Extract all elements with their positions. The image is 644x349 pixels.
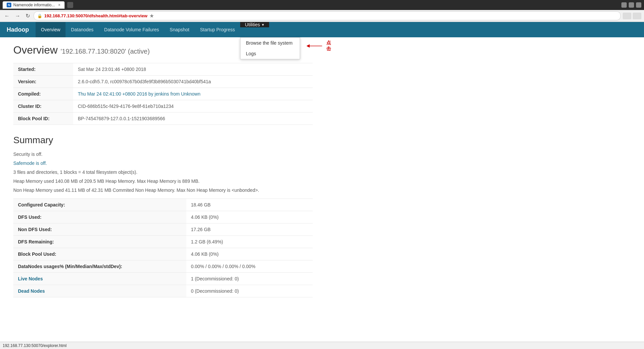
overview-row-value: 2.6.0-cdh5.7.0, rc00978c67b0d3fe9f3b896b… [73,76,313,88]
nav-item-snapshot[interactable]: Snapshot [164,22,195,37]
nav-item-overview[interactable]: Overview [36,22,66,37]
dropdown-item-logs[interactable]: Logs [241,48,300,59]
summary-row-label: DataNodes usages% (Min/Median/Max/stdDev… [13,260,186,273]
summary-row-value: 4.06 KB (0%) [186,248,313,260]
main-content: Overview '192.168.77.130:8020' (active) … [0,37,399,304]
utilities-dropdown-menu: Browse the file system Logs [240,37,300,59]
tab-title: Namenode informatio... [13,3,55,7]
summary-row-value: 0 (Decommissioned: 0) [186,285,313,297]
ext-button-1[interactable] [623,13,631,19]
summary-table-row: DFS Remaining:1.2 GB (6.49%) [13,236,313,248]
browser-chrome: N Namenode informatio... × ← → ↻ 🔒 192.1… [0,0,644,22]
summary-row-value: 1.2 GB (6.49%) [186,236,313,248]
summary-row-value: 4.06 KB (0%) [186,211,313,223]
new-tab-button[interactable] [67,2,73,8]
address-bar[interactable]: 🔒 192.168.77.130:50070/dfshealth.html#ta… [34,11,621,20]
maximize-button[interactable] [629,2,634,8]
overview-table-row: Started:Sat Mar 24 23:01:46 +0800 2018 [13,63,313,76]
tab-close-button[interactable]: × [58,3,61,7]
address-text: 192.168.77.130:50070/dfshealth.html#tab-… [44,13,147,18]
summary-title: Summary [13,135,386,146]
summary-table-row: Configured Capacity:18.46 GB [13,199,313,211]
summary-table-row: DataNodes usages% (Min/Median/Max/stdDev… [13,260,313,273]
overview-row-label: Started: [13,63,73,76]
overview-row-label: Cluster ID: [13,100,73,113]
overview-row-value: Thu Mar 24 02:41:00 +0800 2016 by jenkin… [73,88,313,100]
reload-button[interactable]: ↻ [24,12,32,20]
nav-item-datanode-volume-failures[interactable]: Datanode Volume Failures [99,22,164,37]
page-subtitle: '192.168.77.130:8020' (active) [61,48,150,55]
summary-row-link[interactable]: Live Nodes [18,276,43,281]
summary-line-heap: Heap Memory used 140.08 MB of 209.5 MB H… [13,178,386,185]
summary-table-row: Block Pool Used:4.06 KB (0%) [13,248,313,260]
summary-table: Configured Capacity:18.46 GBDFS Used:4.0… [13,198,313,297]
summary-table-row: DFS Used:4.06 KB (0%) [13,211,313,223]
overview-table-row: Version:2.6.0-cdh5.7.0, rc00978c67b0d3fe… [13,76,313,88]
navbar: Hadoop Overview Datanodes Datanode Volum… [0,22,644,37]
dropdown-item-browse-fs[interactable]: Browse the file system [241,38,300,48]
summary-row-label: Block Pool Used: [13,248,186,260]
forward-button[interactable]: → [13,12,22,20]
summary-row-label[interactable]: Dead Nodes [13,285,186,297]
summary-row-link[interactable]: Dead Nodes [18,288,45,294]
utilities-container: Utilities ▼ Browse the file system Logs [240,22,269,37]
tab-favicon: N [7,3,11,7]
nav-item-startup-progress[interactable]: Startup Progress [195,22,240,37]
nav-item-datanodes[interactable]: Datanodes [66,22,99,37]
overview-table-row: Compiled:Thu Mar 24 02:41:00 +0800 2016 … [13,88,313,100]
browser-extensions [623,13,641,19]
overview-row-value: Sat Mar 24 23:01:46 +0800 2018 [73,63,313,76]
summary-row-value: 17.26 GB [186,223,313,236]
summary-line-non-heap: Non Heap Memory used 41.11 MB of 42.31 M… [13,187,386,194]
lock-icon: 🔒 [37,14,42,18]
summary-table-row: Live Nodes1 (Decommissioned: 0) [13,273,313,285]
overview-row-value: BP-745476879-127.0.0.1-1521903689566 [73,113,313,125]
back-button[interactable]: ← [3,12,11,20]
browser-tab[interactable]: N Namenode informatio... × [3,1,65,9]
summary-row-label: DFS Used: [13,211,186,223]
summary-line-filesystem: 3 files and directories, 1 blocks = 4 to… [13,169,386,176]
ext-button-2[interactable] [633,13,641,19]
caret-icon: ▼ [261,23,264,27]
summary-lines: Security is off.Safemode is off.3 files … [13,151,386,194]
overview-row-label: Version: [13,76,73,88]
overview-table-row: Block Pool ID:BP-745476879-127.0.0.1-152… [13,113,313,125]
overview-row-label: Compiled: [13,88,73,100]
summary-table-row: Non DFS Used:17.26 GB [13,223,313,236]
close-button[interactable] [636,2,641,8]
summary-row-label: Non DFS Used: [13,223,186,236]
summary-row-label[interactable]: Live Nodes [13,273,186,285]
summary-line-security: Security is off. [13,151,386,158]
overview-table-row: Cluster ID:CID-686b515c-f429-4176-9e8f-6… [13,100,313,113]
browser-toolbar: ← → ↻ 🔒 192.168.77.130:50070/dfshealth.h… [0,10,644,22]
summary-line-safemode: Safemode is off. [13,160,386,167]
browser-titlebar: N Namenode informatio... × [0,0,644,10]
page-title: Overview '192.168.77.130:8020' (active) [13,44,386,56]
summary-row-label: DFS Remaining: [13,236,186,248]
window-controls [621,2,641,8]
summary-row-value: 18.46 GB [186,199,313,211]
minimize-button[interactable] [621,2,627,8]
utilities-menu-button[interactable]: Utilities ▼ [240,22,269,27]
bookmark-button[interactable]: ★ [149,13,154,19]
navbar-brand: Hadoop [0,22,36,37]
overview-row-label: Block Pool ID: [13,113,73,125]
summary-row-value: 0.00% / 0.00% / 0.00% / 0.00% [186,260,313,273]
summary-row-value: 1 (Decommissioned: 0) [186,273,313,285]
overview-row-value: CID-686b515c-f429-4176-9e8f-61eb710a1234 [73,100,313,113]
overview-table: Started:Sat Mar 24 23:01:46 +0800 2018Ve… [13,63,313,125]
summary-row-label: Configured Capacity: [13,199,186,211]
summary-table-row: Dead Nodes0 (Decommissioned: 0) [13,285,313,297]
